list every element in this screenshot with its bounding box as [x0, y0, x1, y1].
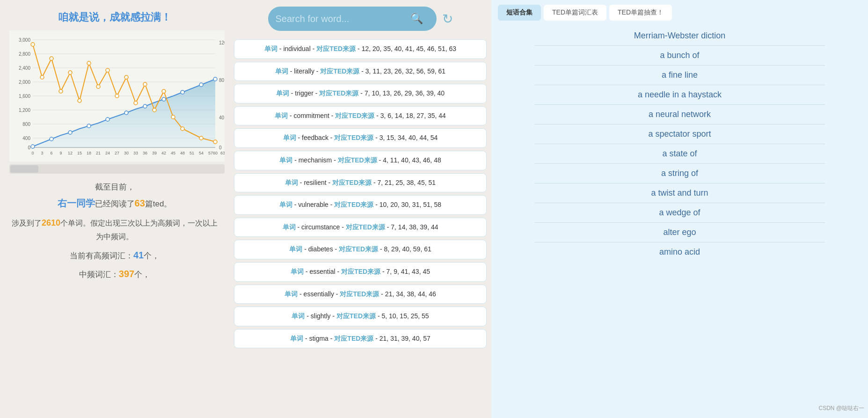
svg-text:33: 33: [133, 151, 138, 155]
svg-point-49: [171, 115, 175, 119]
chart-slider[interactable]: [9, 164, 225, 174]
word-item[interactable]: 单词 - trigger - 对应TED来源 - 7, 10, 13, 26, …: [234, 84, 487, 103]
word-item[interactable]: 单词 - slightly - 对应TED来源 - 5, 10, 15, 25,…: [234, 307, 487, 326]
svg-text:30: 30: [124, 151, 129, 155]
ted-label: 对应TED来源: [335, 112, 374, 119]
word-label: 单词: [279, 156, 292, 164]
phrase-divider: [534, 124, 825, 125]
svg-point-42: [106, 68, 109, 72]
word-label: 单词: [292, 312, 305, 320]
user-name: 右一同学: [58, 198, 95, 208]
phrase-item[interactable]: a neural network: [498, 106, 861, 123]
word-item[interactable]: 单词 - vulnerable - 对应TED来源 - 10, 20, 30, …: [234, 195, 487, 215]
phrase-item[interactable]: amino acid: [498, 243, 861, 261]
slider-thumb[interactable]: [10, 165, 38, 173]
chart-container: 3,000 2,800 2,400 2,000 1,600 1,200 800 …: [9, 30, 225, 161]
svg-text:1,200: 1,200: [19, 108, 30, 113]
phrase-item[interactable]: a twist and turn: [498, 184, 861, 202]
svg-point-40: [87, 61, 91, 65]
svg-text:27: 27: [115, 151, 119, 155]
title-highlight: 成就感拉满: [109, 11, 161, 23]
stats-cutoff: 截至目前，: [9, 180, 220, 195]
phrase-item[interactable]: a string of: [498, 165, 861, 182]
svg-text:24: 24: [105, 151, 110, 155]
svg-point-30: [162, 97, 166, 101]
stats-high-freq: 当前有高频词汇：41个，: [9, 247, 220, 264]
word-label: 单词: [290, 335, 303, 342]
search-button[interactable]: 🔍: [410, 13, 423, 25]
phrase-item[interactable]: a wedge of: [498, 204, 861, 221]
svg-text:6: 6: [50, 151, 52, 155]
svg-text:0: 0: [31, 151, 34, 155]
svg-point-51: [199, 136, 203, 140]
ted-label: 对应TED来源: [336, 312, 376, 320]
left-panel: 咱就是说，成就感拉满！ 3,000 2,800 2,400 2,000 1,60…: [0, 0, 229, 418]
phrase-divider: [534, 222, 825, 223]
svg-text:2,400: 2,400: [19, 66, 30, 71]
svg-text:1,600: 1,600: [19, 94, 30, 99]
svg-text:57: 57: [208, 151, 213, 155]
stats-mid-freq: 中频词汇：397个，: [9, 265, 220, 282]
svg-text:800: 800: [22, 122, 30, 127]
title-suffix: ！: [161, 11, 171, 23]
ted-label: 对应TED来源: [334, 201, 373, 208]
phrase-divider: [534, 65, 825, 66]
word-label: 单词: [291, 268, 304, 275]
phrase-item[interactable]: a needle in a haystack: [498, 86, 861, 103]
svg-point-31: [181, 90, 184, 94]
word-item[interactable]: 单词 - diabetes - 对应TED来源 - 8, 29, 40, 59,…: [234, 240, 487, 259]
refresh-button[interactable]: ↻: [442, 11, 453, 27]
svg-point-24: [50, 137, 53, 141]
word-item[interactable]: 单词 - feedback - 对应TED来源 - 3, 15, 34, 40,…: [234, 128, 487, 148]
svg-point-37: [59, 89, 63, 93]
phrase-item[interactable]: a bunch of: [498, 47, 861, 64]
svg-text:18: 18: [87, 151, 91, 155]
phrase-item[interactable]: a fine line: [498, 66, 861, 84]
word-item[interactable]: 单词 - resilient - 对应TED来源 - 7, 21, 25, 38…: [234, 173, 487, 193]
phrase-item[interactable]: a spectator sport: [498, 125, 861, 143]
svg-text:36: 36: [143, 151, 147, 155]
stats-vocab: 涉及到了2610个单词。假定出现三次以上为高频词，一次以上为中频词。: [9, 215, 220, 244]
phrase-divider: [534, 163, 825, 164]
word-item[interactable]: 单词 - stigma - 对应TED来源 - 21, 31, 39, 40, …: [234, 329, 487, 349]
right-tab-0[interactable]: 短语合集: [498, 5, 541, 21]
svg-point-47: [153, 108, 156, 112]
word-item[interactable]: 单词 - individual - 对应TED来源 - 12, 20, 35, …: [234, 39, 487, 59]
right-tabs: 短语合集TED单篇词汇表TED单篇抽查！: [498, 5, 861, 21]
svg-point-32: [199, 83, 203, 87]
word-item[interactable]: 单词 - mechanism - 对应TED来源 - 4, 11, 40, 43…: [234, 151, 487, 170]
phrase-item[interactable]: alter ego: [498, 224, 861, 241]
right-tab-1[interactable]: TED单篇词汇表: [544, 5, 606, 21]
svg-text:54: 54: [199, 151, 204, 155]
svg-text:21: 21: [96, 151, 101, 155]
word-label: 单词: [275, 67, 288, 75]
svg-point-50: [181, 127, 184, 131]
left-stats: 截至目前， 右一同学已经阅读了63篇ted。 涉及到了2610个单词。假定出现三…: [9, 180, 220, 282]
phrase-divider: [534, 85, 825, 85]
svg-point-29: [143, 104, 147, 108]
word-item[interactable]: 单词 - commitment - 对应TED来源 - 3, 6, 14, 18…: [234, 106, 487, 126]
ted-label: 对应TED来源: [334, 134, 373, 141]
svg-text:39: 39: [152, 151, 157, 155]
svg-text:0: 0: [28, 145, 30, 150]
svg-point-45: [134, 101, 138, 105]
word-item[interactable]: 单词 - essentially - 对应TED来源 - 21, 34, 38,…: [234, 285, 487, 304]
word-item[interactable]: 单词 - essential - 对应TED来源 - 7, 9, 41, 43,…: [234, 262, 487, 282]
search-input[interactable]: [276, 14, 407, 24]
svg-text:2,800: 2,800: [19, 51, 30, 57]
svg-point-52: [213, 140, 217, 144]
title-prefix: 咱就是说，: [58, 11, 109, 23]
word-item[interactable]: 单词 - literally - 对应TED来源 - 3, 11, 23, 26…: [234, 62, 487, 81]
phrase-item[interactable]: Merriam-Webster diction: [498, 27, 861, 44]
ted-label: 对应TED来源: [339, 245, 378, 253]
svg-text:3,000: 3,000: [19, 37, 30, 43]
svg-text:80: 80: [219, 78, 225, 83]
right-tab-2[interactable]: TED单篇抽查！: [609, 5, 672, 21]
word-label: 单词: [276, 89, 289, 97]
word-label: 单词: [279, 201, 292, 208]
word-label: 单词: [275, 112, 288, 119]
phrase-item[interactable]: a state of: [498, 145, 861, 162]
word-item[interactable]: 单词 - circumstance - 对应TED来源 - 7, 14, 38,…: [234, 218, 487, 237]
ted-label: 对应TED来源: [316, 45, 356, 52]
read-count: 63: [135, 198, 145, 208]
